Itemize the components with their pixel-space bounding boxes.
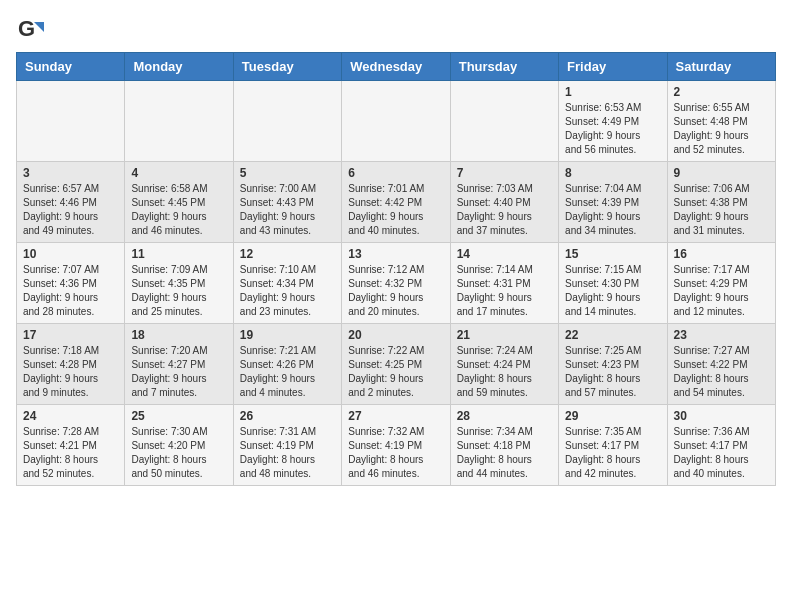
day-info: Sunrise: 7:27 AM Sunset: 4:22 PM Dayligh… [674, 344, 769, 400]
calendar-day-cell: 11Sunrise: 7:09 AM Sunset: 4:35 PM Dayli… [125, 243, 233, 324]
calendar-day-cell: 29Sunrise: 7:35 AM Sunset: 4:17 PM Dayli… [559, 405, 667, 486]
day-number: 15 [565, 247, 660, 261]
calendar-day-header: Saturday [667, 53, 775, 81]
calendar-day-cell: 26Sunrise: 7:31 AM Sunset: 4:19 PM Dayli… [233, 405, 341, 486]
day-number: 9 [674, 166, 769, 180]
day-number: 12 [240, 247, 335, 261]
day-info: Sunrise: 7:12 AM Sunset: 4:32 PM Dayligh… [348, 263, 443, 319]
day-number: 28 [457, 409, 552, 423]
day-number: 17 [23, 328, 118, 342]
day-info: Sunrise: 7:25 AM Sunset: 4:23 PM Dayligh… [565, 344, 660, 400]
day-info: Sunrise: 7:03 AM Sunset: 4:40 PM Dayligh… [457, 182, 552, 238]
svg-marker-1 [34, 22, 44, 32]
day-number: 2 [674, 85, 769, 99]
calendar-day-cell: 22Sunrise: 7:25 AM Sunset: 4:23 PM Dayli… [559, 324, 667, 405]
day-info: Sunrise: 7:21 AM Sunset: 4:26 PM Dayligh… [240, 344, 335, 400]
day-info: Sunrise: 6:58 AM Sunset: 4:45 PM Dayligh… [131, 182, 226, 238]
day-info: Sunrise: 7:17 AM Sunset: 4:29 PM Dayligh… [674, 263, 769, 319]
calendar-day-header: Sunday [17, 53, 125, 81]
day-number: 10 [23, 247, 118, 261]
day-number: 29 [565, 409, 660, 423]
calendar-day-cell: 20Sunrise: 7:22 AM Sunset: 4:25 PM Dayli… [342, 324, 450, 405]
day-number: 4 [131, 166, 226, 180]
calendar-day-header: Tuesday [233, 53, 341, 81]
day-number: 23 [674, 328, 769, 342]
calendar-week-row: 17Sunrise: 7:18 AM Sunset: 4:28 PM Dayli… [17, 324, 776, 405]
day-info: Sunrise: 7:04 AM Sunset: 4:39 PM Dayligh… [565, 182, 660, 238]
day-number: 21 [457, 328, 552, 342]
svg-text:G: G [18, 16, 35, 41]
day-number: 18 [131, 328, 226, 342]
calendar-day-cell: 13Sunrise: 7:12 AM Sunset: 4:32 PM Dayli… [342, 243, 450, 324]
day-number: 13 [348, 247, 443, 261]
day-info: Sunrise: 7:18 AM Sunset: 4:28 PM Dayligh… [23, 344, 118, 400]
calendar-week-row: 3Sunrise: 6:57 AM Sunset: 4:46 PM Daylig… [17, 162, 776, 243]
calendar-day-cell: 24Sunrise: 7:28 AM Sunset: 4:21 PM Dayli… [17, 405, 125, 486]
day-info: Sunrise: 6:55 AM Sunset: 4:48 PM Dayligh… [674, 101, 769, 157]
calendar-day-cell: 21Sunrise: 7:24 AM Sunset: 4:24 PM Dayli… [450, 324, 558, 405]
day-number: 1 [565, 85, 660, 99]
day-info: Sunrise: 7:01 AM Sunset: 4:42 PM Dayligh… [348, 182, 443, 238]
day-number: 7 [457, 166, 552, 180]
calendar-table: SundayMondayTuesdayWednesdayThursdayFrid… [16, 52, 776, 486]
calendar-day-cell: 27Sunrise: 7:32 AM Sunset: 4:19 PM Dayli… [342, 405, 450, 486]
day-number: 22 [565, 328, 660, 342]
day-info: Sunrise: 6:57 AM Sunset: 4:46 PM Dayligh… [23, 182, 118, 238]
calendar-day-cell [342, 81, 450, 162]
calendar-day-cell [17, 81, 125, 162]
calendar-day-cell: 18Sunrise: 7:20 AM Sunset: 4:27 PM Dayli… [125, 324, 233, 405]
calendar-day-cell: 16Sunrise: 7:17 AM Sunset: 4:29 PM Dayli… [667, 243, 775, 324]
calendar-day-header: Thursday [450, 53, 558, 81]
day-info: Sunrise: 7:22 AM Sunset: 4:25 PM Dayligh… [348, 344, 443, 400]
calendar-header-row: SundayMondayTuesdayWednesdayThursdayFrid… [17, 53, 776, 81]
calendar-day-header: Friday [559, 53, 667, 81]
day-info: Sunrise: 7:35 AM Sunset: 4:17 PM Dayligh… [565, 425, 660, 481]
calendar-day-cell: 23Sunrise: 7:27 AM Sunset: 4:22 PM Dayli… [667, 324, 775, 405]
day-info: Sunrise: 7:31 AM Sunset: 4:19 PM Dayligh… [240, 425, 335, 481]
day-info: Sunrise: 7:09 AM Sunset: 4:35 PM Dayligh… [131, 263, 226, 319]
day-info: Sunrise: 7:34 AM Sunset: 4:18 PM Dayligh… [457, 425, 552, 481]
calendar-day-cell: 6Sunrise: 7:01 AM Sunset: 4:42 PM Daylig… [342, 162, 450, 243]
calendar-day-cell: 30Sunrise: 7:36 AM Sunset: 4:17 PM Dayli… [667, 405, 775, 486]
calendar-day-cell: 10Sunrise: 7:07 AM Sunset: 4:36 PM Dayli… [17, 243, 125, 324]
day-number: 19 [240, 328, 335, 342]
calendar-day-cell: 12Sunrise: 7:10 AM Sunset: 4:34 PM Dayli… [233, 243, 341, 324]
day-info: Sunrise: 7:10 AM Sunset: 4:34 PM Dayligh… [240, 263, 335, 319]
calendar-day-cell: 25Sunrise: 7:30 AM Sunset: 4:20 PM Dayli… [125, 405, 233, 486]
calendar-day-cell: 1Sunrise: 6:53 AM Sunset: 4:49 PM Daylig… [559, 81, 667, 162]
calendar-day-cell [233, 81, 341, 162]
day-number: 26 [240, 409, 335, 423]
calendar-day-cell: 2Sunrise: 6:55 AM Sunset: 4:48 PM Daylig… [667, 81, 775, 162]
calendar-day-header: Wednesday [342, 53, 450, 81]
day-number: 3 [23, 166, 118, 180]
day-info: Sunrise: 7:20 AM Sunset: 4:27 PM Dayligh… [131, 344, 226, 400]
calendar-day-header: Monday [125, 53, 233, 81]
day-info: Sunrise: 6:53 AM Sunset: 4:49 PM Dayligh… [565, 101, 660, 157]
calendar-day-cell: 3Sunrise: 6:57 AM Sunset: 4:46 PM Daylig… [17, 162, 125, 243]
calendar-day-cell: 8Sunrise: 7:04 AM Sunset: 4:39 PM Daylig… [559, 162, 667, 243]
day-info: Sunrise: 7:24 AM Sunset: 4:24 PM Dayligh… [457, 344, 552, 400]
day-info: Sunrise: 7:06 AM Sunset: 4:38 PM Dayligh… [674, 182, 769, 238]
day-number: 27 [348, 409, 443, 423]
calendar-day-cell: 28Sunrise: 7:34 AM Sunset: 4:18 PM Dayli… [450, 405, 558, 486]
calendar-day-cell: 15Sunrise: 7:15 AM Sunset: 4:30 PM Dayli… [559, 243, 667, 324]
day-number: 11 [131, 247, 226, 261]
calendar-week-row: 10Sunrise: 7:07 AM Sunset: 4:36 PM Dayli… [17, 243, 776, 324]
day-info: Sunrise: 7:00 AM Sunset: 4:43 PM Dayligh… [240, 182, 335, 238]
logo: G [16, 16, 48, 44]
calendar-day-cell: 14Sunrise: 7:14 AM Sunset: 4:31 PM Dayli… [450, 243, 558, 324]
day-info: Sunrise: 7:30 AM Sunset: 4:20 PM Dayligh… [131, 425, 226, 481]
calendar-day-cell [125, 81, 233, 162]
day-number: 6 [348, 166, 443, 180]
calendar-week-row: 1Sunrise: 6:53 AM Sunset: 4:49 PM Daylig… [17, 81, 776, 162]
day-number: 5 [240, 166, 335, 180]
day-number: 8 [565, 166, 660, 180]
logo-icon: G [16, 16, 44, 44]
day-info: Sunrise: 7:28 AM Sunset: 4:21 PM Dayligh… [23, 425, 118, 481]
calendar-day-cell: 4Sunrise: 6:58 AM Sunset: 4:45 PM Daylig… [125, 162, 233, 243]
day-number: 30 [674, 409, 769, 423]
calendar-week-row: 24Sunrise: 7:28 AM Sunset: 4:21 PM Dayli… [17, 405, 776, 486]
calendar-day-cell: 9Sunrise: 7:06 AM Sunset: 4:38 PM Daylig… [667, 162, 775, 243]
calendar-day-cell: 5Sunrise: 7:00 AM Sunset: 4:43 PM Daylig… [233, 162, 341, 243]
day-info: Sunrise: 7:07 AM Sunset: 4:36 PM Dayligh… [23, 263, 118, 319]
